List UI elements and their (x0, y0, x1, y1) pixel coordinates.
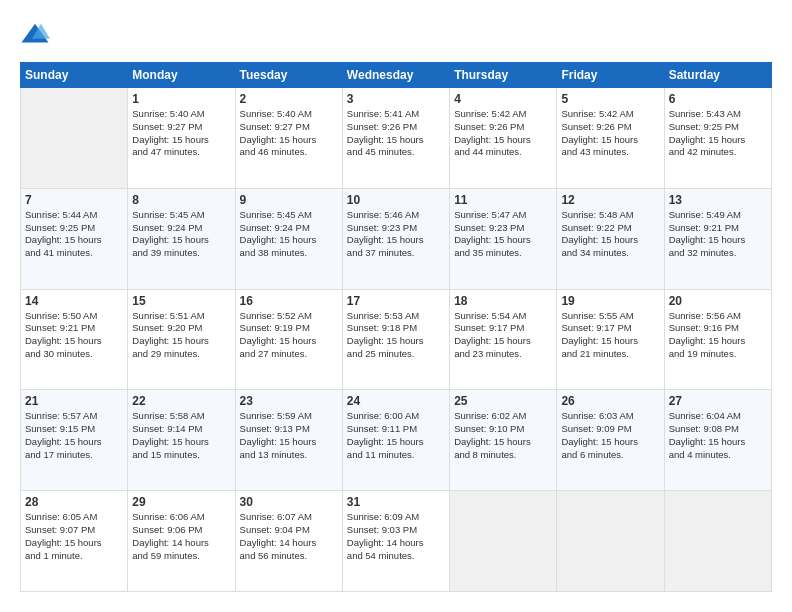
calendar-cell: 6Sunrise: 5:43 AM Sunset: 9:25 PM Daylig… (664, 88, 771, 189)
calendar-cell: 25Sunrise: 6:02 AM Sunset: 9:10 PM Dayli… (450, 390, 557, 491)
day-info: Sunrise: 6:06 AM Sunset: 9:06 PM Dayligh… (132, 511, 230, 562)
day-number: 20 (669, 294, 767, 308)
calendar-cell: 20Sunrise: 5:56 AM Sunset: 9:16 PM Dayli… (664, 289, 771, 390)
weekday-header-thursday: Thursday (450, 63, 557, 88)
day-number: 30 (240, 495, 338, 509)
calendar-cell: 21Sunrise: 5:57 AM Sunset: 9:15 PM Dayli… (21, 390, 128, 491)
day-info: Sunrise: 5:52 AM Sunset: 9:19 PM Dayligh… (240, 310, 338, 361)
day-number: 28 (25, 495, 123, 509)
day-number: 26 (561, 394, 659, 408)
day-number: 8 (132, 193, 230, 207)
day-number: 18 (454, 294, 552, 308)
day-info: Sunrise: 5:45 AM Sunset: 9:24 PM Dayligh… (240, 209, 338, 260)
day-info: Sunrise: 5:45 AM Sunset: 9:24 PM Dayligh… (132, 209, 230, 260)
calendar-cell (21, 88, 128, 189)
day-info: Sunrise: 5:40 AM Sunset: 9:27 PM Dayligh… (132, 108, 230, 159)
day-number: 22 (132, 394, 230, 408)
day-info: Sunrise: 6:05 AM Sunset: 9:07 PM Dayligh… (25, 511, 123, 562)
day-number: 3 (347, 92, 445, 106)
day-info: Sunrise: 5:49 AM Sunset: 9:21 PM Dayligh… (669, 209, 767, 260)
day-info: Sunrise: 6:04 AM Sunset: 9:08 PM Dayligh… (669, 410, 767, 461)
calendar-cell: 23Sunrise: 5:59 AM Sunset: 9:13 PM Dayli… (235, 390, 342, 491)
day-info: Sunrise: 5:43 AM Sunset: 9:25 PM Dayligh… (669, 108, 767, 159)
day-number: 29 (132, 495, 230, 509)
calendar-week-1: 1Sunrise: 5:40 AM Sunset: 9:27 PM Daylig… (21, 88, 772, 189)
day-number: 9 (240, 193, 338, 207)
day-info: Sunrise: 5:59 AM Sunset: 9:13 PM Dayligh… (240, 410, 338, 461)
calendar-cell: 11Sunrise: 5:47 AM Sunset: 9:23 PM Dayli… (450, 188, 557, 289)
calendar-cell: 15Sunrise: 5:51 AM Sunset: 9:20 PM Dayli… (128, 289, 235, 390)
day-number: 13 (669, 193, 767, 207)
calendar-cell: 4Sunrise: 5:42 AM Sunset: 9:26 PM Daylig… (450, 88, 557, 189)
weekday-header-saturday: Saturday (664, 63, 771, 88)
calendar-cell (450, 491, 557, 592)
day-number: 27 (669, 394, 767, 408)
day-info: Sunrise: 6:09 AM Sunset: 9:03 PM Dayligh… (347, 511, 445, 562)
calendar-cell: 10Sunrise: 5:46 AM Sunset: 9:23 PM Dayli… (342, 188, 449, 289)
calendar-cell: 26Sunrise: 6:03 AM Sunset: 9:09 PM Dayli… (557, 390, 664, 491)
calendar-cell: 28Sunrise: 6:05 AM Sunset: 9:07 PM Dayli… (21, 491, 128, 592)
day-number: 24 (347, 394, 445, 408)
calendar-week-4: 21Sunrise: 5:57 AM Sunset: 9:15 PM Dayli… (21, 390, 772, 491)
day-number: 11 (454, 193, 552, 207)
day-info: Sunrise: 5:51 AM Sunset: 9:20 PM Dayligh… (132, 310, 230, 361)
weekday-header-wednesday: Wednesday (342, 63, 449, 88)
calendar-cell: 18Sunrise: 5:54 AM Sunset: 9:17 PM Dayli… (450, 289, 557, 390)
calendar-header-row: SundayMondayTuesdayWednesdayThursdayFrid… (21, 63, 772, 88)
day-number: 2 (240, 92, 338, 106)
day-info: Sunrise: 5:57 AM Sunset: 9:15 PM Dayligh… (25, 410, 123, 461)
day-number: 15 (132, 294, 230, 308)
calendar-cell: 13Sunrise: 5:49 AM Sunset: 9:21 PM Dayli… (664, 188, 771, 289)
calendar-cell: 3Sunrise: 5:41 AM Sunset: 9:26 PM Daylig… (342, 88, 449, 189)
day-number: 10 (347, 193, 445, 207)
day-info: Sunrise: 5:41 AM Sunset: 9:26 PM Dayligh… (347, 108, 445, 159)
calendar-cell: 1Sunrise: 5:40 AM Sunset: 9:27 PM Daylig… (128, 88, 235, 189)
day-info: Sunrise: 5:50 AM Sunset: 9:21 PM Dayligh… (25, 310, 123, 361)
calendar-cell: 16Sunrise: 5:52 AM Sunset: 9:19 PM Dayli… (235, 289, 342, 390)
day-number: 17 (347, 294, 445, 308)
day-info: Sunrise: 5:53 AM Sunset: 9:18 PM Dayligh… (347, 310, 445, 361)
weekday-header-monday: Monday (128, 63, 235, 88)
day-number: 4 (454, 92, 552, 106)
day-info: Sunrise: 5:44 AM Sunset: 9:25 PM Dayligh… (25, 209, 123, 260)
calendar-cell: 12Sunrise: 5:48 AM Sunset: 9:22 PM Dayli… (557, 188, 664, 289)
calendar-cell: 24Sunrise: 6:00 AM Sunset: 9:11 PM Dayli… (342, 390, 449, 491)
calendar-cell: 17Sunrise: 5:53 AM Sunset: 9:18 PM Dayli… (342, 289, 449, 390)
calendar-cell: 30Sunrise: 6:07 AM Sunset: 9:04 PM Dayli… (235, 491, 342, 592)
calendar-cell: 8Sunrise: 5:45 AM Sunset: 9:24 PM Daylig… (128, 188, 235, 289)
calendar-cell: 14Sunrise: 5:50 AM Sunset: 9:21 PM Dayli… (21, 289, 128, 390)
day-info: Sunrise: 6:02 AM Sunset: 9:10 PM Dayligh… (454, 410, 552, 461)
calendar-week-3: 14Sunrise: 5:50 AM Sunset: 9:21 PM Dayli… (21, 289, 772, 390)
day-number: 21 (25, 394, 123, 408)
day-number: 16 (240, 294, 338, 308)
day-info: Sunrise: 5:55 AM Sunset: 9:17 PM Dayligh… (561, 310, 659, 361)
logo-icon (20, 20, 50, 50)
logo (20, 20, 54, 50)
calendar-cell: 19Sunrise: 5:55 AM Sunset: 9:17 PM Dayli… (557, 289, 664, 390)
calendar-cell: 22Sunrise: 5:58 AM Sunset: 9:14 PM Dayli… (128, 390, 235, 491)
page: SundayMondayTuesdayWednesdayThursdayFrid… (0, 0, 792, 612)
calendar-cell: 7Sunrise: 5:44 AM Sunset: 9:25 PM Daylig… (21, 188, 128, 289)
day-info: Sunrise: 6:00 AM Sunset: 9:11 PM Dayligh… (347, 410, 445, 461)
day-info: Sunrise: 5:47 AM Sunset: 9:23 PM Dayligh… (454, 209, 552, 260)
day-number: 25 (454, 394, 552, 408)
calendar-cell (557, 491, 664, 592)
day-number: 12 (561, 193, 659, 207)
weekday-header-sunday: Sunday (21, 63, 128, 88)
calendar-cell: 27Sunrise: 6:04 AM Sunset: 9:08 PM Dayli… (664, 390, 771, 491)
day-info: Sunrise: 6:07 AM Sunset: 9:04 PM Dayligh… (240, 511, 338, 562)
calendar-cell: 31Sunrise: 6:09 AM Sunset: 9:03 PM Dayli… (342, 491, 449, 592)
day-info: Sunrise: 6:03 AM Sunset: 9:09 PM Dayligh… (561, 410, 659, 461)
day-info: Sunrise: 5:42 AM Sunset: 9:26 PM Dayligh… (454, 108, 552, 159)
day-info: Sunrise: 5:46 AM Sunset: 9:23 PM Dayligh… (347, 209, 445, 260)
calendar-week-5: 28Sunrise: 6:05 AM Sunset: 9:07 PM Dayli… (21, 491, 772, 592)
day-info: Sunrise: 5:48 AM Sunset: 9:22 PM Dayligh… (561, 209, 659, 260)
day-number: 1 (132, 92, 230, 106)
calendar-cell (664, 491, 771, 592)
day-info: Sunrise: 5:58 AM Sunset: 9:14 PM Dayligh… (132, 410, 230, 461)
calendar-cell: 9Sunrise: 5:45 AM Sunset: 9:24 PM Daylig… (235, 188, 342, 289)
day-info: Sunrise: 5:42 AM Sunset: 9:26 PM Dayligh… (561, 108, 659, 159)
day-number: 6 (669, 92, 767, 106)
calendar-week-2: 7Sunrise: 5:44 AM Sunset: 9:25 PM Daylig… (21, 188, 772, 289)
day-info: Sunrise: 5:40 AM Sunset: 9:27 PM Dayligh… (240, 108, 338, 159)
